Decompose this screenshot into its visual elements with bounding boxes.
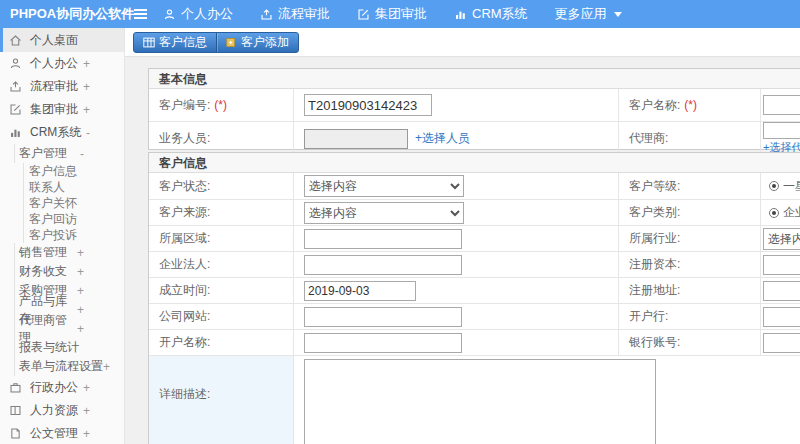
nav-personal-office[interactable]: 个人办公	[163, 5, 233, 23]
field-label: 开户名称:	[159, 334, 210, 351]
sidebar-item-workflow-approval[interactable]: 流程审批 +	[0, 75, 124, 98]
expand-plus-icon[interactable]: +	[77, 322, 84, 336]
expand-plus-icon[interactable]: +	[83, 80, 90, 94]
customer-name-input[interactable]	[763, 95, 800, 115]
section-title: 基本信息	[149, 69, 800, 89]
expand-plus-icon[interactable]: +	[103, 360, 110, 374]
customer-no-input[interactable]	[304, 94, 432, 116]
sidebar-item-document-management[interactable]: 公文管理 +	[0, 422, 124, 444]
app-logo: PHPOA协同办公软件	[0, 5, 120, 23]
radio-category-enterprise[interactable]	[769, 208, 779, 218]
sidebar-item-finance[interactable]: 财务收支 +	[14, 262, 124, 281]
main-content: 基本信息 客户编号: (*) 客户名称: (*) 业务人员: +选	[125, 57, 800, 444]
form-row: 客户状态: 选择内容 客户等级: 一星	[149, 173, 800, 199]
sidebar-item-label: 行政办公	[30, 379, 78, 396]
sidebar-item-reports-statistics[interactable]: 报表与统计	[14, 338, 124, 357]
sidebar-item-crm-system[interactable]: CRM系统 -	[0, 121, 124, 144]
sidebar-item-human-resources[interactable]: 人力资源 +	[0, 399, 124, 422]
expand-plus-icon[interactable]: +	[83, 381, 90, 395]
account-name-field-cell	[294, 330, 619, 355]
form-row: 成立时间: 注册地址:	[149, 277, 800, 303]
agent-input[interactable]	[763, 122, 800, 139]
collapse-minus-icon[interactable]: -	[80, 147, 84, 161]
sidebar-item-personal-office[interactable]: 个人办公 +	[0, 52, 124, 75]
sidebar-item-group-approval[interactable]: 集团审批 +	[0, 98, 124, 121]
field-label: 客户类别:	[629, 204, 680, 221]
industry-select[interactable]: 选择内容	[763, 228, 800, 250]
account-name-input[interactable]	[304, 333, 462, 353]
source-field-cell: 选择内容	[294, 200, 619, 225]
sidebar-item-label: 人力资源	[30, 402, 78, 419]
expand-plus-icon[interactable]: +	[77, 246, 84, 260]
section-customer-info: 客户信息 客户状态: 选择内容 客户等级: 一星 客户来源: 选择内容 客户类别…	[148, 152, 800, 444]
sidebar-item-customer-info[interactable]: 客户信息	[23, 163, 124, 179]
expand-plus-icon[interactable]: +	[83, 57, 90, 71]
book-icon	[9, 404, 22, 417]
website-input[interactable]	[304, 307, 462, 327]
form-row: 公司网站: 开户行:	[149, 303, 800, 329]
nav-label: 更多应用	[555, 5, 607, 23]
field-label: 客户状态:	[159, 178, 210, 195]
select-person-link[interactable]: +选择人员	[415, 130, 470, 147]
required-mark: (*)	[214, 98, 227, 112]
chart-icon	[454, 8, 467, 21]
sidebar-item-customer-management[interactable]: 客户管理 -	[14, 144, 124, 163]
hamburger-icon[interactable]	[134, 9, 147, 19]
sidebar-item-label: 客户投诉	[29, 227, 77, 244]
salesperson-input[interactable]	[304, 129, 408, 149]
agent-field-cell: +选择代理商	[761, 122, 800, 155]
tab-customer-info[interactable]: 客户信息	[134, 33, 216, 52]
expand-plus-icon[interactable]: +	[77, 284, 84, 298]
field-label: 所属行业:	[629, 230, 680, 247]
capital-input[interactable]	[763, 255, 800, 275]
tab-customer-add[interactable]: 客户添加	[216, 33, 298, 52]
home-icon	[9, 34, 22, 47]
sidebar-item-agent-management[interactable]: 代理商管理 +	[14, 319, 124, 338]
sidebar-item-sales-management[interactable]: 销售管理 +	[14, 243, 124, 262]
field-label: 详细描述:	[159, 386, 210, 403]
nav-crm-system[interactable]: CRM系统	[454, 5, 528, 23]
nav-workflow-approval[interactable]: 流程审批	[260, 5, 330, 23]
description-field-cell	[294, 356, 800, 444]
field-label: 客户名称:	[629, 97, 680, 114]
sidebar-item-customer-complaint[interactable]: 客户投诉	[23, 227, 124, 243]
category-label-cell: 客户类别:	[619, 200, 761, 225]
sidebar-item-customer-followup[interactable]: 客户回访	[23, 211, 124, 227]
sidebar-item-personal-desktop[interactable]: 个人桌面	[0, 28, 124, 52]
status-select[interactable]: 选择内容	[304, 175, 464, 197]
description-textarea[interactable]	[304, 359, 656, 444]
bank-account-field-cell	[761, 330, 800, 355]
reg-address-input[interactable]	[763, 281, 800, 301]
expand-plus-icon[interactable]: +	[77, 303, 84, 317]
expand-plus-icon[interactable]: +	[83, 427, 90, 441]
sidebar-item-contacts[interactable]: 联系人	[23, 179, 124, 195]
nav-more-apps[interactable]: 更多应用	[555, 5, 622, 23]
sidebar-item-label: 客户信息	[29, 163, 77, 180]
bank-branch-input[interactable]	[763, 307, 800, 327]
sidebar-item-form-workflow-settings[interactable]: 表单与流程设置+	[14, 357, 124, 376]
nav-group-approval[interactable]: 集团审批	[357, 5, 427, 23]
bank-account-input[interactable]	[763, 333, 800, 353]
field-label: 客户来源:	[159, 204, 210, 221]
tab-label: 客户信息	[159, 34, 207, 51]
form-row: 企业法人: 注册资本:	[149, 251, 800, 277]
collapse-minus-icon[interactable]: -	[86, 126, 90, 140]
expand-plus-icon[interactable]: +	[83, 404, 90, 418]
founded-date-input[interactable]	[304, 281, 416, 301]
level-label-cell: 客户等级:	[619, 173, 761, 199]
legal-person-input[interactable]	[304, 255, 462, 275]
sidebar-item-customer-care[interactable]: 客户关怀	[23, 195, 124, 211]
field-label: 注册地址:	[629, 282, 680, 299]
field-label: 业务人员:	[159, 130, 210, 147]
customer-name-field-cell	[761, 89, 800, 121]
field-label: 客户编号:	[159, 97, 210, 114]
doc-icon	[9, 427, 22, 440]
edit-icon	[9, 103, 22, 116]
sidebar-item-admin-office[interactable]: 行政办公 +	[0, 376, 124, 399]
form-row: 所属区域: 所属行业: 选择内容	[149, 225, 800, 251]
radio-level-one-star[interactable]	[769, 181, 779, 191]
expand-plus-icon[interactable]: +	[83, 103, 90, 117]
region-input[interactable]	[304, 229, 462, 249]
source-select[interactable]: 选择内容	[304, 202, 464, 224]
expand-plus-icon[interactable]: +	[77, 265, 84, 279]
